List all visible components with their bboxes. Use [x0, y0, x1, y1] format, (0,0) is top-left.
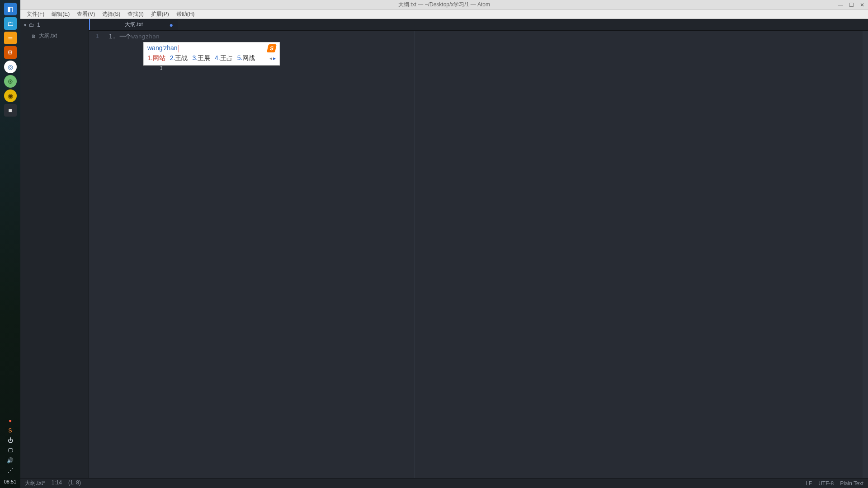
gutter: 1	[89, 31, 102, 478]
ime-candidate-window: wang'zhan S 1.网站 2.王战 3.王展 4.王占 5.网战 ◂ ▸	[143, 42, 280, 66]
window-titlebar: 大纲.txt — ~/Desktop/x学习/1 — Atom — ☐ ✕	[20, 0, 868, 10]
ime-composition-text: wang'zhan	[147, 44, 178, 52]
status-line-ending[interactable]: LF	[806, 480, 812, 487]
tab-bar: 大纲.txt ●	[89, 19, 868, 31]
code-text: 1. 一个	[102, 33, 131, 40]
status-file[interactable]: 大纲.txt*	[25, 479, 45, 487]
folder-icon: 🗀	[29, 22, 34, 28]
power-icon[interactable]: ⏻	[5, 436, 15, 445]
sogou-brand-icon: S	[267, 44, 277, 52]
tree-file-item[interactable]: 🗎 大纲.txt	[20, 31, 89, 41]
tab-active[interactable]: 大纲.txt ●	[89, 19, 178, 30]
text-cursor-icon: I	[160, 65, 160, 71]
tree-root-label: 1	[37, 22, 40, 28]
menu-find[interactable]: 查找(I)	[124, 9, 147, 19]
ime-caret	[179, 45, 179, 52]
vertical-scrollbar[interactable]	[863, 31, 868, 478]
menu-select[interactable]: 选择(S)	[99, 9, 124, 19]
status-bar: 大纲.txt* 1:14 (1, 8) LF UTF-8 Plain Text	[20, 478, 868, 488]
ime-next-page-icon[interactable]: ▸	[273, 55, 276, 61]
dock-clock: 08:51	[4, 479, 17, 484]
status-cursor-paren: (1, 8)	[68, 479, 81, 487]
menu-bar: 文件(F) 编辑(E) 查看(V) 选择(S) 查找(I) 扩展(P) 帮助(H…	[20, 10, 868, 19]
dock-app-files[interactable]: 🗀	[4, 17, 17, 30]
wrap-guide	[415, 31, 415, 478]
dock-app-recorder[interactable]: ■	[4, 104, 17, 117]
dock-app-chrome[interactable]: ◎	[4, 61, 17, 73]
text-editor[interactable]: 1 1. 一个wangzhan	[89, 31, 868, 478]
wifi-icon[interactable]: ⋰	[5, 466, 15, 474]
desktop-dock: ◧ 🗀 ≣ ⚙ ◎ ⊛ ◉ ■ ● S ⏻ 🖵 🔊 ⋰ 08:51	[0, 0, 20, 488]
ime-prev-page-icon[interactable]: ◂	[269, 55, 272, 61]
dock-app-atom[interactable]: ⊛	[4, 75, 17, 88]
gutter-line-number: 1	[89, 33, 99, 39]
file-icon: 🗎	[31, 33, 36, 39]
volume-icon[interactable]: 🔊	[5, 456, 15, 465]
rec-indicator-icon: ●	[5, 417, 15, 425]
ime-indicator-icon[interactable]: S	[5, 427, 15, 435]
ime-candidate-2[interactable]: 2.王战	[170, 54, 188, 62]
dock-app-python[interactable]: ◉	[4, 89, 17, 102]
ime-candidate-3[interactable]: 3.王展	[192, 54, 210, 62]
ime-preedit-text: wangzhan	[131, 33, 160, 40]
window-title: 大纲.txt — ~/Desktop/x学习/1 — Atom	[398, 1, 490, 9]
tab-label: 大纲.txt	[125, 21, 143, 28]
ime-candidate-5[interactable]: 5.网战	[237, 54, 255, 62]
ime-candidate-1[interactable]: 1.网站	[147, 54, 165, 62]
dock-app-stack[interactable]: ≣	[4, 32, 17, 44]
status-grammar[interactable]: Plain Text	[840, 480, 863, 487]
ime-candidate-4[interactable]: 4.王占	[215, 54, 233, 62]
tab-modified-dot-icon: ●	[170, 22, 173, 28]
window-minimize-button[interactable]: —	[837, 2, 844, 8]
menu-view[interactable]: 查看(V)	[73, 9, 99, 19]
chevron-down-icon: ▾	[24, 23, 26, 28]
tree-file-label: 大纲.txt	[39, 32, 57, 40]
dock-app-desktop[interactable]: ◧	[4, 3, 17, 15]
main-area: ▾ 🗀 1 🗎 大纲.txt 大纲.txt ● 1 1. 一个wangzhan	[20, 19, 868, 478]
menu-help[interactable]: 帮助(H)	[173, 9, 198, 19]
tree-view[interactable]: ▾ 🗀 1 🗎 大纲.txt	[20, 19, 89, 478]
dock-app-settings[interactable]: ⚙	[4, 46, 17, 59]
window-close-button[interactable]: ✕	[859, 2, 865, 8]
display-icon[interactable]: 🖵	[5, 446, 15, 455]
tree-root-folder[interactable]: ▾ 🗀 1	[20, 19, 89, 31]
menu-packages[interactable]: 扩展(P)	[147, 9, 173, 19]
menu-file[interactable]: 文件(F)	[23, 9, 48, 19]
status-cursor-short[interactable]: 1:14	[52, 479, 62, 487]
window-maximize-button[interactable]: ☐	[848, 2, 854, 8]
code-area[interactable]: 1. 一个wangzhan	[102, 31, 868, 478]
status-encoding[interactable]: UTF-8	[818, 480, 834, 487]
menu-edit[interactable]: 编辑(E)	[48, 9, 73, 19]
